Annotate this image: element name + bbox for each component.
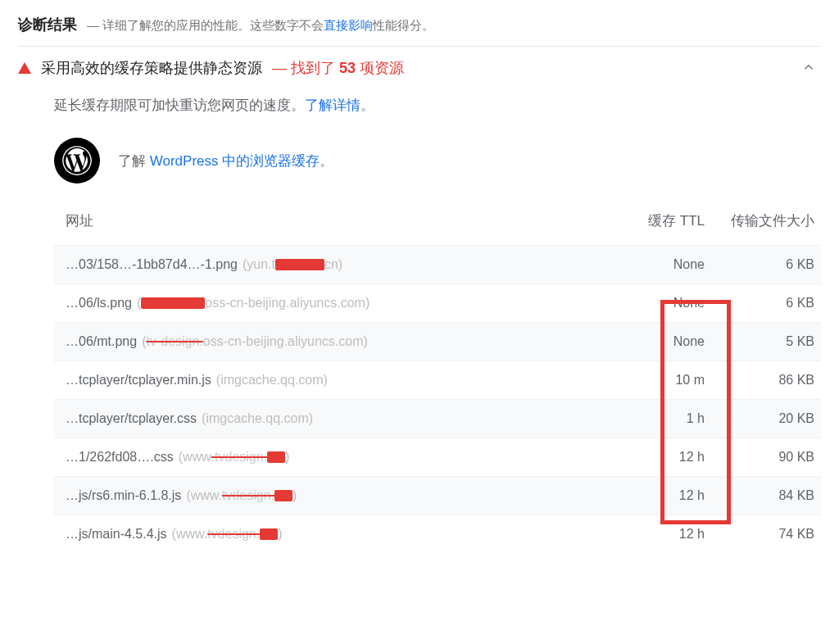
audit-title: 采用高效的缓存策略提供静态资源 <box>41 58 262 78</box>
url-cell: …js/main-4.5.4.js(www.tvdesign.) <box>66 527 613 542</box>
url-host: (www.tvdesign.) <box>179 450 290 465</box>
section-title: 诊断结果 <box>18 15 77 34</box>
wordpress-hint: 了解 WordPress 中的浏览器缓存。 <box>54 138 821 184</box>
ttl-cell: 12 h <box>619 488 710 503</box>
url-path: …06/mt.png <box>66 334 137 349</box>
url-cell: …tcplayer/tcplayer.min.js(imgcache.qq.co… <box>66 373 613 388</box>
url-path: …06/ls.png <box>66 296 132 311</box>
ttl-cell: None <box>619 257 710 272</box>
url-path: …1/262fd08….css <box>66 450 174 465</box>
url-host: (oss-cn-beijing.aliyuncs.com) <box>137 296 370 311</box>
wp-cache-link[interactable]: WordPress 中的浏览器缓存 <box>150 153 320 169</box>
url-cell: …03/158…-1bb87d4…-1.png(yun.tcn) <box>66 257 613 272</box>
audit-toggle[interactable]: 采用高效的缓存策略提供静态资源 — 找到了 53 项资源 <box>18 58 821 78</box>
url-cell: …tcplayer/tcplayer.css(imgcache.qq.com) <box>66 411 613 426</box>
audit-tip: 延长缓存期限可加快重访您网页的速度。了解详情。 <box>54 96 821 115</box>
url-cell: …js/rs6.min-6.1.8.js(www.tvdesign.) <box>66 488 613 503</box>
url-host: (yun.tcn) <box>243 257 342 272</box>
url-host: (www.tvdesign.) <box>172 527 283 542</box>
size-cell: 20 KB <box>716 411 814 426</box>
size-cell: 5 KB <box>716 334 814 349</box>
redacted-segment <box>260 528 278 540</box>
redacted-segment <box>274 490 293 501</box>
ttl-cell: 10 m <box>619 373 710 388</box>
table-row: …js/main-4.5.4.js(www.tvdesign.)12 h74 K… <box>54 515 821 553</box>
col-url: 网址 <box>66 211 613 230</box>
url-path: …tcplayer/tcplayer.css <box>66 411 197 426</box>
directly-affect-link[interactable]: 直接影响 <box>324 18 373 32</box>
table-row: …tcplayer/tcplayer.css(imgcache.qq.com)1… <box>54 399 821 438</box>
ttl-cell: None <box>619 296 710 311</box>
url-cell: …06/ls.png(oss-cn-beijing.aliyuncs.com) <box>66 296 613 311</box>
url-path: …js/main-4.5.4.js <box>66 527 167 542</box>
table-row: …1/262fd08….css(www.tvdesign.)12 h90 KB <box>54 438 821 476</box>
size-cell: 86 KB <box>716 373 814 388</box>
table-row: …tcplayer/tcplayer.min.js(imgcache.qq.co… <box>54 361 821 399</box>
cache-table: 网址 缓存 TTL 传输文件大小 …03/158…-1bb87d4…-1.png… <box>54 206 821 553</box>
size-cell: 6 KB <box>716 257 814 272</box>
table-row: …03/158…-1bb87d4…-1.png(yun.tcn)None6 KB <box>54 245 821 283</box>
redacted-segment <box>141 297 205 309</box>
audit-count: — 找到了 53 项资源 <box>272 58 404 78</box>
size-cell: 90 KB <box>716 450 814 465</box>
url-path: …03/158…-1bb87d4…-1.png <box>66 257 238 272</box>
url-cell: …1/262fd08….css(www.tvdesign.) <box>66 450 613 465</box>
chevron-up-icon <box>801 60 816 77</box>
diagnostics-header: 诊断结果 — 详细了解您的应用的性能。这些数字不会直接影响性能得分。 <box>18 15 821 46</box>
ttl-cell: 12 h <box>619 450 710 465</box>
url-host: (imgcache.qq.com) <box>202 411 313 426</box>
redacted-segment <box>275 259 324 270</box>
url-host: (imgcache.qq.com) <box>216 373 328 388</box>
url-host: (www.tvdesign.) <box>186 488 297 503</box>
ttl-cell: 1 h <box>619 411 710 426</box>
table-row: …06/mt.png(tv-design.oss-cn-beijing.aliy… <box>54 322 821 361</box>
url-host: (tv-design.oss-cn-beijing.aliyuncs.com) <box>142 334 368 349</box>
learn-more-link[interactable]: 了解详情 <box>305 98 361 113</box>
url-path: …js/rs6.min-6.1.8.js <box>66 488 181 503</box>
col-size: 传输文件大小 <box>716 211 814 230</box>
wordpress-icon <box>54 138 100 184</box>
ttl-cell: 12 h <box>619 527 710 542</box>
section-desc: — 详细了解您的应用的性能。这些数字不会直接影响性能得分。 <box>87 18 434 34</box>
url-cell: …06/mt.png(tv-design.oss-cn-beijing.aliy… <box>66 334 613 349</box>
table-row: …06/ls.png(oss-cn-beijing.aliyuncs.com)N… <box>54 283 821 322</box>
redacted-segment <box>267 451 285 463</box>
url-path: …tcplayer/tcplayer.min.js <box>66 373 211 388</box>
size-cell: 84 KB <box>716 488 814 503</box>
table-header: 网址 缓存 TTL 传输文件大小 <box>54 206 821 245</box>
triangle-red-icon <box>18 62 31 74</box>
ttl-cell: None <box>619 334 710 349</box>
table-row: …js/rs6.min-6.1.8.js(www.tvdesign.)12 h8… <box>54 476 821 515</box>
size-cell: 6 KB <box>716 296 814 311</box>
size-cell: 74 KB <box>716 527 814 542</box>
col-ttl: 缓存 TTL <box>619 211 710 230</box>
